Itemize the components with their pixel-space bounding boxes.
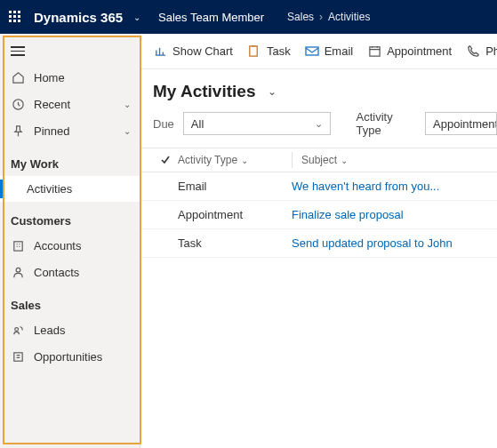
sidebar-item-home[interactable]: Home xyxy=(0,65,140,92)
calendar-icon xyxy=(367,44,381,59)
sidebar-item-contacts[interactable]: Contacts xyxy=(0,260,140,286)
cmd-label: Task xyxy=(267,44,291,58)
due-filter-select[interactable]: All ⌄ xyxy=(183,112,332,135)
activity-type-filter-value: Appointment,C xyxy=(433,117,497,131)
pin-icon xyxy=(11,124,25,139)
task-icon xyxy=(247,44,261,59)
column-header-subject[interactable]: Subject ⌄ xyxy=(293,154,348,166)
opportunities-icon xyxy=(11,350,25,364)
grid-header: Activity Type ⌄ Subject ⌄ xyxy=(140,148,497,172)
building-icon xyxy=(11,239,25,253)
hamburger-button[interactable] xyxy=(0,37,140,65)
cmd-email[interactable]: Email xyxy=(305,44,354,59)
sidebar-item-label: Home xyxy=(34,71,65,84)
cmd-label: Show Chart xyxy=(172,44,233,58)
cmd-show-chart[interactable]: Show Chart xyxy=(153,44,233,59)
svg-rect-7 xyxy=(370,47,380,56)
svg-rect-1 xyxy=(13,242,21,251)
brand-chevron-icon[interactable]: ⌄ xyxy=(133,12,140,22)
sidebar-section-sales: Sales xyxy=(0,286,140,317)
table-row[interactable]: Task Send updated proposal to John xyxy=(140,229,497,258)
person-icon xyxy=(11,266,25,280)
breadcrumb: Sales › Activities xyxy=(287,11,370,23)
cell-activity-type: Email xyxy=(153,180,292,193)
brand-title[interactable]: Dynamics 365 xyxy=(34,10,123,25)
select-all-checkbox[interactable] xyxy=(153,155,178,165)
app-name[interactable]: Sales Team Member xyxy=(158,11,264,24)
svg-rect-5 xyxy=(250,46,257,56)
sidebar-item-leads[interactable]: Leads xyxy=(0,317,140,344)
sidebar-item-label: Accounts xyxy=(34,239,81,252)
global-navbar: Dynamics 365 ⌄ Sales Team Member Sales ›… xyxy=(0,0,497,34)
sidebar-item-label: Contacts xyxy=(34,266,79,279)
chevron-down-icon: ⌄ xyxy=(315,118,323,130)
cell-subject-link[interactable]: We haven't heard from you... xyxy=(292,180,439,193)
view-selector[interactable]: My Activities ⌄ xyxy=(140,69,497,110)
cmd-label: Phone Call xyxy=(485,44,497,58)
breadcrumb-root[interactable]: Sales xyxy=(287,11,314,23)
command-bar: Show Chart Task Email Appointment xyxy=(140,34,497,69)
chevron-down-icon: ⌄ xyxy=(241,156,248,165)
svg-point-3 xyxy=(14,328,18,332)
sidebar-item-recent[interactable]: Recent ⌄ xyxy=(0,92,140,118)
clock-icon xyxy=(11,98,25,112)
sidebar: Home Recent ⌄ Pinned ⌄ My Work Activitie… xyxy=(0,34,140,448)
cell-subject-link[interactable]: Finalize sale proposal xyxy=(292,208,404,221)
chevron-down-icon: ⌄ xyxy=(268,85,277,98)
cmd-phone-call[interactable]: Phone Call xyxy=(466,44,497,59)
cmd-label: Appointment xyxy=(387,44,452,58)
page-title: My Activities xyxy=(153,82,255,101)
chevron-down-icon[interactable]: ⌄ xyxy=(124,126,131,136)
cmd-appointment[interactable]: Appointment xyxy=(367,44,452,59)
svg-rect-4 xyxy=(13,353,21,361)
due-filter-value: All xyxy=(191,117,204,131)
sidebar-item-activities[interactable]: Activities xyxy=(0,176,140,202)
svg-point-2 xyxy=(16,268,20,272)
sidebar-section-mywork: My Work xyxy=(0,145,140,176)
sidebar-item-label: Leads xyxy=(34,324,65,337)
sidebar-item-label: Recent xyxy=(34,98,70,111)
sidebar-item-opportunities[interactable]: Opportunities xyxy=(0,344,140,371)
email-icon xyxy=(305,44,319,59)
sidebar-item-label: Activities xyxy=(27,182,72,196)
sidebar-item-pinned[interactable]: Pinned ⌄ xyxy=(0,118,140,145)
main-content: Show Chart Task Email Appointment xyxy=(140,34,497,448)
chart-icon xyxy=(153,44,167,59)
sidebar-item-label: Pinned xyxy=(34,124,69,138)
phone-icon xyxy=(466,44,480,59)
table-row[interactable]: Email We haven't heard from you... xyxy=(140,172,497,201)
home-icon xyxy=(11,71,25,85)
due-label: Due xyxy=(153,117,174,131)
activity-type-filter-select[interactable]: Appointment,C xyxy=(425,112,497,135)
column-label: Activity Type xyxy=(178,154,237,166)
sidebar-item-accounts[interactable]: Accounts xyxy=(0,233,140,260)
cmd-task[interactable]: Task xyxy=(247,44,291,59)
filter-row: Due All ⌄ Activity Type Appointment,C xyxy=(140,110,497,148)
sidebar-item-label: Opportunities xyxy=(34,350,102,364)
breadcrumb-current[interactable]: Activities xyxy=(328,11,370,23)
cell-subject-link[interactable]: Send updated proposal to John xyxy=(292,236,453,250)
chevron-down-icon: ⌄ xyxy=(341,156,348,165)
column-label: Subject xyxy=(301,154,337,166)
cell-activity-type: Task xyxy=(153,236,292,250)
svg-rect-6 xyxy=(306,47,318,55)
table-row[interactable]: Appointment Finalize sale proposal xyxy=(140,201,497,229)
chevron-right-icon: › xyxy=(319,11,323,23)
sidebar-section-customers: Customers xyxy=(0,202,140,233)
column-header-activity-type[interactable]: Activity Type ⌄ xyxy=(178,154,292,166)
activity-type-label: Activity Type xyxy=(356,110,413,137)
cmd-label: Email xyxy=(325,44,354,58)
chevron-down-icon[interactable]: ⌄ xyxy=(124,100,131,109)
leads-icon xyxy=(11,324,25,338)
app-launcher-icon[interactable] xyxy=(9,11,21,23)
cell-activity-type: Appointment xyxy=(153,208,292,221)
